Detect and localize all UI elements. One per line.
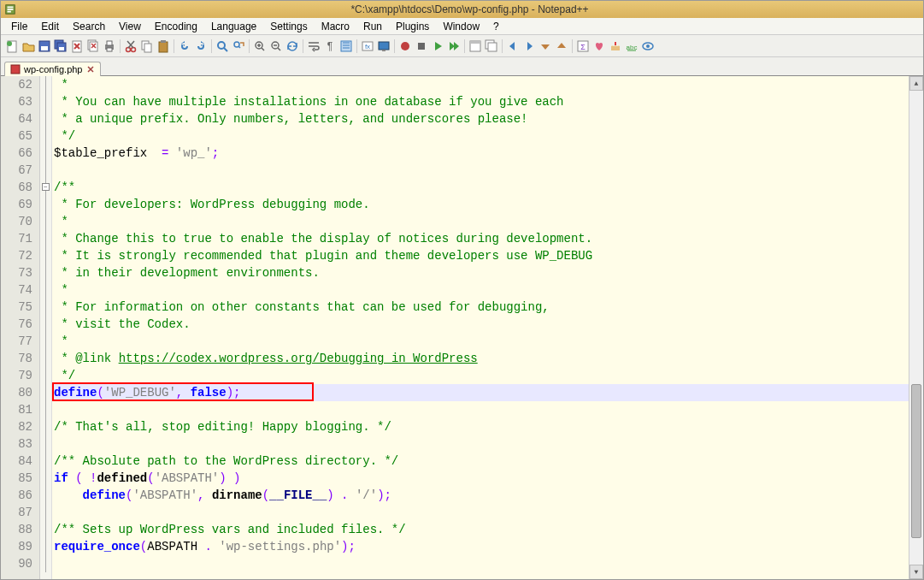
play-multi-button[interactable] [446,38,462,54]
file-tab[interactable]: wp-config.php [4,62,101,76]
menu-settings[interactable]: Settings [263,19,314,34]
play-button[interactable] [430,38,445,54]
code-line[interactable]: define('ABSPATH', dirname(__FILE__) . '/… [54,487,909,504]
code-line[interactable]: * For developers: WordPress debugging mo… [54,196,909,213]
wrap-button[interactable] [306,38,321,54]
monitor-button[interactable] [376,38,391,54]
line-number: 62 [1,76,32,93]
code-line[interactable]: require_once(ABSPATH . 'wp-settings.php'… [54,538,909,555]
code-line[interactable]: * It is strongly recommended that plugin… [54,247,909,264]
svg-rect-38 [488,43,497,51]
code-line[interactable]: * For information on other constants tha… [54,299,909,316]
code-line[interactable]: /* That's all, stop editing! Happy blogg… [54,418,909,435]
cake-button[interactable] [608,38,623,54]
title-bar[interactable]: *C:\xampp\htdocs\Demo\wp-config.php - No… [1,1,923,18]
close-all-button[interactable] [85,38,101,54]
scroll-thumb[interactable] [911,384,921,538]
right-button[interactable] [521,38,537,54]
code-line[interactable]: * @link https://codex.wordpress.org/Debu… [54,350,909,367]
fold-column[interactable]: − [40,76,52,579]
code-line[interactable]: * [54,213,909,230]
heart-button[interactable] [591,38,607,54]
lang-button[interactable]: fx [360,38,375,54]
code-line[interactable]: define('WP_DEBUG', false); [54,384,909,401]
paste-button[interactable] [156,38,171,54]
line-number: 69 [1,196,32,213]
vertical-scrollbar[interactable]: ▲ ▼ [909,76,923,579]
code-line[interactable]: $table_prefix = 'wp_'; [54,145,909,162]
code-line[interactable]: */ [54,367,909,384]
menu-language[interactable]: Language [204,19,263,34]
code-line[interactable]: if ( !defined('ABSPATH') ) [54,470,909,487]
code-line[interactable]: * You can have multiple installations in… [54,93,909,110]
tab-1-button[interactable] [468,38,483,54]
line-number: 68 [1,179,32,196]
menu-help[interactable]: ? [486,19,506,34]
svg-rect-41 [611,46,620,50]
code-line[interactable]: * Change this to true to enable the disp… [54,230,909,247]
sync-button[interactable] [285,38,300,54]
zoom-in-icon [253,39,267,53]
record-button[interactable] [397,38,413,54]
code-line[interactable]: * visit the Codex. [54,316,909,333]
print-button[interactable] [102,38,117,54]
scroll-down-button[interactable]: ▼ [909,565,923,579]
code-line[interactable]: */ [54,127,909,145]
menu-plugins[interactable]: Plugins [389,19,436,34]
menu-view[interactable]: View [112,19,148,34]
menu-macro[interactable]: Macro [315,19,356,34]
code-line[interactable] [54,555,909,572]
down-button[interactable] [538,38,553,54]
close-button[interactable] [69,38,85,54]
close-tab-icon[interactable] [86,65,95,74]
up-button[interactable] [554,38,569,54]
code-line[interactable] [54,162,909,179]
close-all-icon [86,39,100,53]
code-line[interactable] [54,504,909,521]
menu-encoding[interactable]: Encoding [148,19,204,34]
svg-rect-32 [382,50,385,51]
new-button[interactable] [4,38,20,54]
left-button[interactable] [505,38,521,54]
menu-window[interactable]: Window [436,19,486,34]
abc-button[interactable]: abc [624,38,639,54]
cut-button[interactable] [123,38,138,54]
zoom-out-button[interactable] [268,38,284,54]
replace-button[interactable] [231,38,246,54]
redo-button[interactable] [193,38,209,54]
eye-button[interactable] [640,38,656,54]
menu-edit[interactable]: Edit [34,19,66,34]
code-line[interactable]: * [54,281,909,299]
code-line[interactable]: /** [54,179,909,196]
all-chars-button[interactable]: ¶ [322,38,338,54]
save-all-button[interactable] [53,38,68,54]
code-line[interactable]: /** Absolute path to the WordPress direc… [54,453,909,470]
code-line[interactable]: * [54,333,909,350]
open-button[interactable] [21,38,36,54]
menu-file[interactable]: File [4,19,34,34]
func-button[interactable]: Σ [575,38,591,54]
save-button[interactable] [37,38,52,54]
undo-button[interactable] [177,38,192,54]
code-line[interactable] [54,401,909,418]
find-button[interactable] [215,38,230,54]
indent-guide-button[interactable] [338,38,354,54]
zoom-in-button[interactable] [252,38,268,54]
line-number: 71 [1,230,32,247]
code-line[interactable]: * a unique prefix. Only numbers, letters… [54,110,909,127]
fold-toggle[interactable]: − [42,183,50,191]
save-all-icon [54,39,68,53]
menu-run[interactable]: Run [356,19,389,34]
code-area[interactable]: * * You can have multiple installations … [52,76,909,579]
code-line[interactable]: /** Sets up WordPress vars and included … [54,521,909,538]
scroll-up-button[interactable]: ▲ [909,76,923,91]
svg-rect-22 [161,40,166,43]
menu-search[interactable]: Search [66,19,112,34]
stop-button[interactable] [414,38,429,54]
code-line[interactable]: * in their development environments. [54,264,909,281]
line-number-gutter[interactable]: 6263646566676869707172737475767778798081… [1,76,40,579]
code-line[interactable] [54,435,909,453]
copy-button[interactable] [139,38,155,54]
code-line[interactable]: * [54,76,909,93]
tab-2-button[interactable] [484,38,499,54]
